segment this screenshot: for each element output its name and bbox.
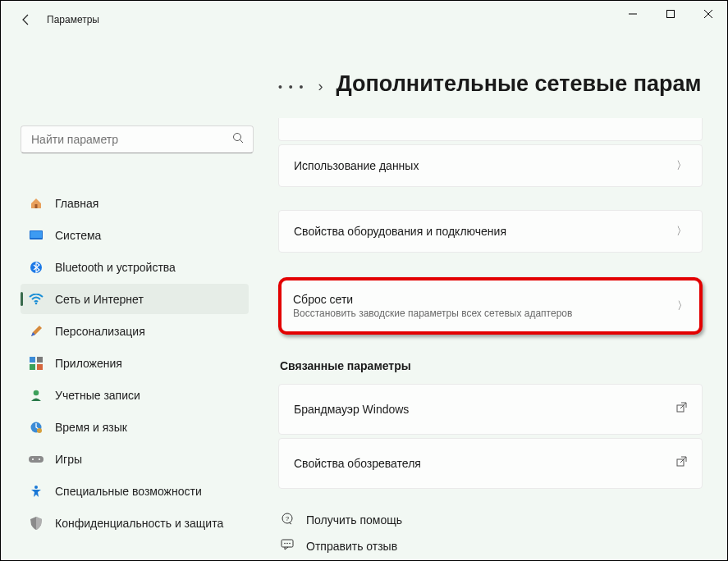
svg-point-27 — [284, 543, 286, 545]
card-title: Свойства оборудования и подключения — [294, 225, 676, 238]
sidebar-item-bluetooth[interactable]: Bluetooth и устройства — [21, 252, 249, 282]
apps-icon — [29, 356, 43, 371]
chevron-right-icon: 〉 — [676, 224, 687, 239]
sidebar-item-label: Специальные возможности — [55, 485, 202, 498]
titlebar: Параметры — [1, 1, 727, 39]
feedback-link[interactable]: Отправить отзыв — [280, 539, 703, 553]
svg-point-15 — [34, 390, 39, 395]
card-title: Использование данных — [294, 159, 676, 172]
card-top-clipped[interactable] — [278, 118, 703, 141]
close-button[interactable] — [689, 1, 727, 27]
sidebar-item-label: Персонализация — [55, 325, 145, 338]
sidebar-item-label: Главная — [55, 197, 98, 210]
sidebar-item-label: Сеть и Интернет — [55, 293, 144, 306]
svg-text:?: ? — [286, 515, 290, 522]
svg-rect-12 — [37, 357, 43, 363]
svg-rect-13 — [30, 364, 35, 370]
search-wrap — [21, 125, 254, 168]
card-hardware-props[interactable]: Свойства оборудования и подключения 〉 — [278, 210, 703, 253]
back-button[interactable] — [11, 4, 42, 35]
sidebar-item-apps[interactable]: Приложения — [21, 348, 249, 378]
external-link-icon — [675, 402, 687, 417]
footer-link-label: Получить помощь — [306, 513, 402, 527]
card-subtitle: Восстановить заводские параметры всех се… — [293, 308, 677, 319]
svg-point-29 — [289, 543, 291, 545]
svg-rect-18 — [29, 456, 43, 463]
page-title: Дополнительные сетевые парам — [336, 71, 701, 97]
section-related: Связанные параметры — [280, 359, 703, 372]
accessibility-icon — [29, 484, 43, 499]
search-icon — [232, 132, 244, 146]
sidebar-item-personalization[interactable]: Персонализация — [21, 316, 249, 346]
gamepad-icon — [29, 452, 43, 467]
sidebar-item-network[interactable]: Сеть и Интернет — [21, 284, 249, 314]
feedback-icon — [280, 539, 295, 553]
sidebar-item-label: Система — [55, 229, 101, 242]
breadcrumb: • • • › Дополнительные сетевые парам — [278, 71, 703, 97]
card-network-reset[interactable]: Сброс сети Восстановить заводские параме… — [278, 277, 703, 335]
sidebar-item-games[interactable]: Игры — [21, 444, 249, 474]
svg-point-19 — [32, 458, 34, 460]
footer-link-label: Отправить отзыв — [306, 540, 397, 553]
sidebar-item-label: Время и язык — [55, 421, 127, 434]
sidebar-item-privacy[interactable]: Конфиденциальность и защита — [21, 508, 249, 538]
system-icon — [29, 228, 43, 243]
svg-rect-6 — [35, 204, 38, 208]
sidebar-item-label: Bluetooth и устройства — [55, 261, 176, 274]
sidebar-item-time[interactable]: Время и язык — [21, 412, 249, 442]
chevron-right-icon: › — [318, 78, 323, 95]
wifi-icon — [29, 292, 43, 307]
brush-icon — [29, 324, 43, 339]
chevron-right-icon: 〉 — [677, 299, 688, 313]
sidebar-item-home[interactable]: Главная — [21, 188, 249, 218]
svg-point-4 — [234, 134, 241, 141]
sidebar-item-label: Приложения — [55, 357, 122, 370]
sidebar-item-system[interactable]: Система — [21, 220, 249, 250]
person-icon — [29, 388, 43, 403]
card-title: Сброс сети — [293, 293, 677, 306]
svg-point-10 — [35, 302, 38, 304]
sidebar: Главная Система Bluetooth и устройства С… — [1, 39, 255, 560]
card-title: Брандмауэр Windows — [294, 403, 675, 416]
chevron-right-icon: 〉 — [676, 158, 687, 173]
main-panel: • • • › Дополнительные сетевые парам Исп… — [255, 39, 727, 560]
svg-line-5 — [240, 140, 244, 144]
get-help-link[interactable]: ? Получить помощь — [280, 512, 703, 527]
card-browser-props[interactable]: Свойства обозревателя — [278, 438, 703, 489]
svg-rect-14 — [37, 364, 43, 370]
search-input[interactable] — [21, 125, 254, 153]
minimize-button[interactable] — [614, 1, 652, 27]
external-link-icon — [675, 456, 687, 471]
svg-point-21 — [34, 486, 38, 489]
sidebar-item-label: Конфиденциальность и защита — [55, 517, 223, 530]
nav-list: Главная Система Bluetooth и устройства С… — [21, 188, 249, 540]
svg-rect-1 — [667, 11, 675, 18]
svg-point-17 — [37, 428, 42, 433]
card-data-usage[interactable]: Использование данных 〉 — [278, 144, 703, 187]
svg-point-28 — [286, 543, 288, 545]
sidebar-item-label: Игры — [55, 453, 82, 466]
svg-rect-11 — [30, 357, 35, 363]
svg-rect-8 — [30, 231, 42, 238]
svg-point-20 — [39, 458, 40, 460]
sidebar-item-label: Учетные записи — [55, 389, 140, 402]
card-firewall[interactable]: Брандмауэр Windows — [278, 384, 703, 435]
shield-icon — [29, 516, 43, 531]
home-icon — [29, 196, 43, 211]
help-icon: ? — [280, 512, 295, 527]
maximize-button[interactable] — [652, 1, 689, 27]
window-controls — [614, 1, 727, 27]
clock-globe-icon — [29, 420, 43, 435]
footer-links: ? Получить помощь Отправить отзыв — [280, 512, 703, 553]
app-title: Параметры — [47, 14, 99, 25]
sidebar-item-accounts[interactable]: Учетные записи — [21, 380, 249, 410]
sidebar-item-accessibility[interactable]: Специальные возможности — [21, 476, 249, 506]
breadcrumb-dots[interactable]: • • • — [278, 80, 304, 94]
card-title: Свойства обозревателя — [294, 457, 675, 470]
bluetooth-icon — [29, 260, 43, 275]
